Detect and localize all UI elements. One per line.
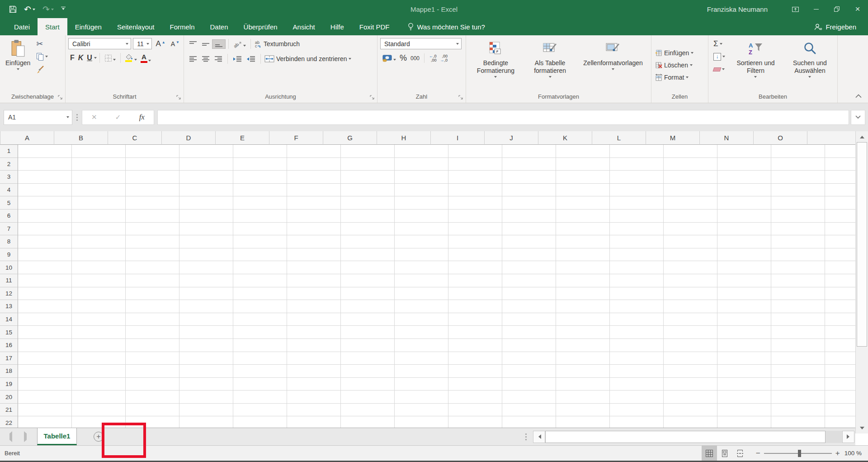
grid-cell[interactable] xyxy=(502,223,556,236)
grid-cell[interactable] xyxy=(717,326,771,339)
grid-cell[interactable] xyxy=(18,235,72,248)
grid-cell[interactable] xyxy=(18,391,72,404)
format-painter-button[interactable] xyxy=(35,63,49,75)
grid-cell[interactable] xyxy=(287,223,341,236)
grid-cell[interactable] xyxy=(395,300,448,313)
grid-cell[interactable] xyxy=(72,287,126,300)
grid-cell[interactable] xyxy=(18,339,72,352)
row-header[interactable]: 18 xyxy=(0,365,18,378)
grid-cell[interactable] xyxy=(556,210,610,223)
grid-cell[interactable] xyxy=(610,365,664,378)
grid-cell[interactable] xyxy=(771,416,825,428)
grid-cell[interactable] xyxy=(341,326,395,339)
grid-cell[interactable] xyxy=(395,274,448,287)
grid-cell[interactable] xyxy=(287,158,341,171)
grid-cell[interactable] xyxy=(610,145,664,158)
grid-cell[interactable] xyxy=(126,391,179,404)
grid-cell[interactable] xyxy=(610,223,664,236)
grid-cell[interactable] xyxy=(233,248,287,262)
grid-cell[interactable] xyxy=(502,365,556,378)
orientation-button[interactable]: ab xyxy=(231,39,248,49)
row-header[interactable]: 3 xyxy=(0,171,18,184)
row-header[interactable]: 6 xyxy=(0,210,18,223)
font-color-button[interactable]: A xyxy=(139,52,153,64)
bold-button[interactable]: F xyxy=(68,53,76,63)
grid-cell[interactable] xyxy=(664,313,717,326)
decrease-decimal-button[interactable]: ,00→,0 xyxy=(439,53,450,63)
increase-indent-button[interactable] xyxy=(244,55,258,63)
grid-cell[interactable] xyxy=(341,287,395,300)
grid-cell[interactable] xyxy=(126,404,179,417)
grid-cell[interactable] xyxy=(448,416,502,428)
fill-dropdown-icon[interactable] xyxy=(722,56,725,59)
grid-cell[interactable] xyxy=(126,145,179,158)
grid-cell[interactable] xyxy=(395,196,448,210)
grid-cell[interactable] xyxy=(395,352,448,365)
grid-cell[interactable] xyxy=(233,223,287,236)
grid-cell[interactable] xyxy=(72,235,126,248)
grid-cell[interactable] xyxy=(179,196,233,210)
grid-cell[interactable] xyxy=(18,313,72,326)
grid-cell[interactable] xyxy=(771,184,825,197)
font-size-dropdown-icon[interactable] xyxy=(146,43,149,46)
format-as-table-dropdown-icon[interactable] xyxy=(549,76,552,79)
grid-cell[interactable] xyxy=(18,326,72,339)
grid-cell[interactable] xyxy=(717,391,771,404)
grid-cell[interactable] xyxy=(126,339,179,352)
share-button[interactable]: Freigeben xyxy=(814,18,856,35)
grid-cell[interactable] xyxy=(610,404,664,417)
grid-cell[interactable] xyxy=(717,223,771,236)
grid-cell[interactable] xyxy=(18,158,72,171)
grid-cell[interactable] xyxy=(395,313,448,326)
insert-cells-dropdown-icon[interactable] xyxy=(691,52,693,55)
number-format-combo[interactable]: Standard xyxy=(380,38,462,49)
grid-cell[interactable] xyxy=(287,261,341,274)
row-header[interactable]: 15 xyxy=(0,326,18,339)
grid-cell[interactable] xyxy=(502,196,556,210)
grid-cell[interactable] xyxy=(717,171,771,184)
grid-cell[interactable] xyxy=(717,352,771,365)
grid-cell[interactable] xyxy=(664,391,717,404)
format-as-table-button[interactable]: Als Tabelle formatieren xyxy=(524,38,576,92)
cells-area[interactable] xyxy=(18,145,855,428)
grid-cell[interactable] xyxy=(664,287,717,300)
grid-cell[interactable] xyxy=(341,300,395,313)
currency-dropdown-icon[interactable] xyxy=(393,59,396,62)
grid-cell[interactable] xyxy=(502,391,556,404)
tab-datei[interactable]: Datei xyxy=(6,18,38,35)
grid-cell[interactable] xyxy=(717,248,771,262)
grid-cell[interactable] xyxy=(502,339,556,352)
number-format-dropdown-icon[interactable] xyxy=(456,43,459,46)
grid-cell[interactable] xyxy=(556,352,610,365)
grid-cell[interactable] xyxy=(502,145,556,158)
row-header[interactable]: 16 xyxy=(0,339,18,352)
formula-bar-grip[interactable] xyxy=(76,114,78,121)
sort-filter-dropdown-icon[interactable] xyxy=(754,76,757,79)
grid-cell[interactable] xyxy=(610,210,664,223)
horizontal-scrollbar-track[interactable] xyxy=(826,431,842,443)
grid-cell[interactable] xyxy=(341,274,395,287)
grid-cell[interactable] xyxy=(502,171,556,184)
fill-button[interactable]: ↓ xyxy=(712,51,726,62)
grid-cell[interactable] xyxy=(233,235,287,248)
grid-cell[interactable] xyxy=(126,261,179,274)
grid-cell[interactable] xyxy=(233,287,287,300)
grid-cell[interactable] xyxy=(502,378,556,391)
grid-cell[interactable] xyxy=(610,184,664,197)
grid-cell[interactable] xyxy=(717,145,771,158)
paste-dropdown-icon[interactable] xyxy=(17,68,19,71)
grid-cell[interactable] xyxy=(717,261,771,274)
zoom-level[interactable]: 100 % xyxy=(844,450,862,457)
grid-cell[interactable] xyxy=(72,404,126,417)
grid-cell[interactable] xyxy=(18,352,72,365)
grid-cell[interactable] xyxy=(126,287,179,300)
vertical-scrollbar-thumb[interactable] xyxy=(857,142,867,347)
grid-cell[interactable] xyxy=(341,248,395,262)
cut-button[interactable]: ✂ xyxy=(35,38,49,50)
grid-cell[interactable] xyxy=(395,235,448,248)
grid-cell[interactable] xyxy=(179,158,233,171)
grid-cell[interactable] xyxy=(717,274,771,287)
grid-cell[interactable] xyxy=(341,145,395,158)
grid-cell[interactable] xyxy=(341,365,395,378)
dialog-launcher-icon[interactable] xyxy=(370,95,375,100)
